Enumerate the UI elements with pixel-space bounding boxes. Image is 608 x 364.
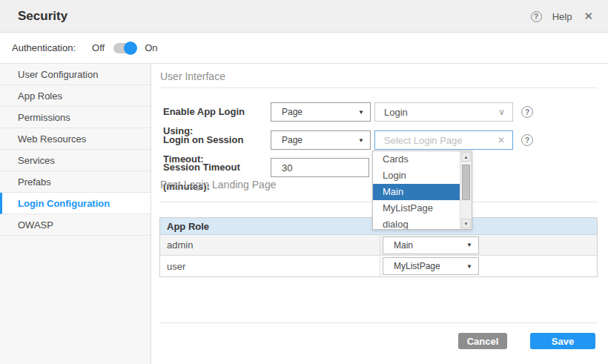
clear-icon[interactable]: ✕: [498, 135, 505, 145]
enable-app-login-type-select[interactable]: Page ▼: [271, 102, 371, 122]
section-title-post-login: Post Login Landing Page: [160, 179, 276, 191]
dropdown-option-mylistpage[interactable]: MyListPage: [373, 200, 461, 216]
dropdown-scrollbar[interactable]: ▲ ▼: [460, 151, 472, 229]
toggle-on-label: On: [145, 42, 157, 53]
dropdown-option-cards[interactable]: Cards: [373, 151, 461, 168]
security-dialog: Security ? Help ✕ Authentication: Off On…: [0, 0, 608, 364]
main-panel: User Interface Enable App Login Using: P…: [151, 64, 608, 364]
authentication-toggle[interactable]: [113, 43, 136, 53]
role-cell: admin: [160, 235, 380, 255]
section-title-user-interface: User Interface: [160, 70, 225, 82]
sidebar-item-user-configuration[interactable]: User Configuration: [0, 64, 151, 85]
session-timeout-page-placeholder: Select Login Page: [384, 135, 463, 146]
section-divider: [160, 87, 598, 88]
session-timeout-type-select[interactable]: Page ▼: [271, 130, 371, 150]
landing-page-cell: Main ▼: [380, 236, 597, 254]
dropdown-arrow-icon: ▼: [358, 137, 364, 144]
toggle-knob: [124, 42, 137, 55]
dropdown-arrow-icon: ▼: [466, 242, 472, 248]
scroll-down-icon[interactable]: ▼: [461, 219, 471, 228]
enable-app-login-page-value: Login: [384, 107, 408, 118]
sidebar-item-prefabs[interactable]: Prefabs: [0, 171, 151, 193]
dropdown-option-login[interactable]: Login: [373, 168, 461, 184]
authentication-label: Authentication:: [12, 42, 76, 53]
sidebar-item-permissions[interactable]: Permissions: [0, 107, 151, 128]
dropdown-option-dialog[interactable]: dialog: [373, 216, 461, 230]
user-landing-page-value: MyListPage: [394, 261, 440, 271]
session-timeout-type-value: Page: [282, 135, 303, 145]
dropdown-arrow-icon: ▼: [358, 109, 364, 116]
sidebar-item-web-resources[interactable]: Web Resources: [0, 128, 151, 150]
help-button[interactable]: Help: [552, 11, 572, 22]
close-icon[interactable]: ✕: [582, 10, 595, 23]
session-timeout-minutes-input[interactable]: [271, 158, 369, 177]
save-button[interactable]: Save: [530, 333, 595, 349]
chevron-down-icon: ∨: [498, 107, 505, 117]
scrollbar-thumb[interactable]: [462, 165, 470, 200]
authentication-bar: Authentication: Off On: [0, 33, 608, 64]
help-icon[interactable]: ?: [531, 11, 542, 22]
dropdown-arrow-icon: ▼: [466, 263, 472, 270]
enable-app-login-help-icon[interactable]: ?: [521, 106, 533, 118]
enable-app-login-page-select[interactable]: Login ∨: [374, 102, 513, 122]
sidebar-item-services[interactable]: Services: [0, 150, 151, 171]
scroll-up-icon[interactable]: ▲: [461, 152, 471, 162]
cancel-button[interactable]: Cancel: [458, 333, 507, 349]
role-cell: user: [160, 256, 380, 277]
dialog-header: Security ? Help ✕: [0, 0, 608, 33]
login-page-dropdown-list: Cards Login Main MyListPage dialog ▲ ▼: [372, 150, 472, 230]
dropdown-option-main[interactable]: Main: [373, 184, 461, 200]
admin-landing-page-value: Main: [394, 240, 413, 251]
user-landing-page-select[interactable]: MyListPage ▼: [383, 257, 479, 275]
sidebar-item-login-configuration[interactable]: Login Configuration: [0, 193, 151, 214]
toggle-off-label: Off: [92, 42, 105, 53]
session-timeout-page-select[interactable]: Select Login Page ✕: [374, 130, 513, 150]
session-timeout-minutes-label: Session Timeout (minutes):: [163, 158, 274, 196]
table-row-admin: admin Main ▼: [160, 235, 597, 256]
sidebar-item-owasp[interactable]: OWASP: [0, 214, 151, 236]
landing-page-cell: MyListPage ▼: [380, 257, 597, 275]
session-timeout-help-icon[interactable]: ?: [521, 134, 533, 146]
sidebar: User Configuration App Roles Permissions…: [0, 64, 151, 364]
sidebar-item-app-roles[interactable]: App Roles: [0, 85, 151, 107]
table-row-user: user MyListPage ▼: [160, 256, 597, 277]
enable-app-login-type-value: Page: [282, 107, 303, 117]
admin-landing-page-select[interactable]: Main ▼: [383, 236, 479, 254]
header-actions: ? Help ✕: [531, 0, 595, 33]
footer-divider: [160, 322, 598, 323]
page-title: Security: [18, 9, 67, 24]
